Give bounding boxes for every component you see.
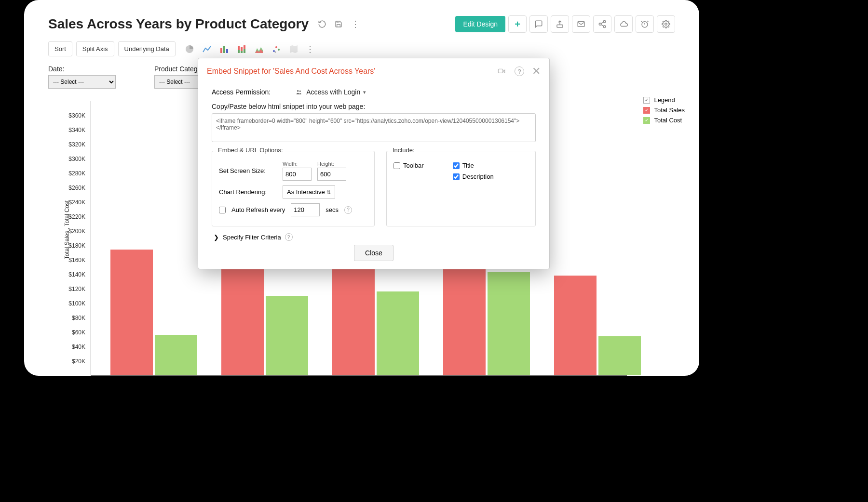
bar-cost[interactable] xyxy=(155,335,197,375)
secs-label: secs xyxy=(326,206,339,213)
svg-point-25 xyxy=(274,51,276,53)
comment-icon[interactable] xyxy=(529,15,548,33)
legend-cost-check[interactable]: ✓ xyxy=(643,117,650,124)
svg-point-29 xyxy=(299,91,301,92)
area-chart-icon[interactable] xyxy=(254,44,264,54)
include-section: Include: Toolbar Title Description xyxy=(386,151,536,226)
date-filter-label: Date: xyxy=(48,65,116,73)
svg-point-23 xyxy=(275,46,277,48)
render-select[interactable]: As Interactive ⇅ xyxy=(283,185,335,198)
svg-point-2 xyxy=(603,21,606,23)
toolbar-checkbox[interactable] xyxy=(393,162,400,169)
perm-label: Access Permission: xyxy=(212,88,271,96)
width-input[interactable] xyxy=(283,168,312,181)
legend-toggle-icon[interactable]: ✓ xyxy=(643,97,650,104)
bar-chart-icon[interactable] xyxy=(219,44,230,54)
scatter-chart-icon[interactable] xyxy=(271,44,282,54)
svg-point-28 xyxy=(297,90,299,92)
page-title: Sales Across Years by Product Category xyxy=(48,16,309,32)
auto-refresh-checkbox[interactable] xyxy=(219,207,226,213)
sort-button[interactable]: Sort xyxy=(48,41,72,56)
copy-label: Copy/Paste below html snippet into your … xyxy=(212,103,536,110)
title-chk-label: Title xyxy=(462,162,474,169)
svg-point-24 xyxy=(278,49,280,51)
auto-refresh-input[interactable] xyxy=(291,203,320,216)
date-filter-select[interactable]: --- Select --- xyxy=(48,75,116,89)
bar-cost[interactable] xyxy=(488,272,530,376)
export-icon[interactable] xyxy=(551,15,569,33)
svg-rect-0 xyxy=(557,25,563,27)
svg-point-22 xyxy=(273,50,275,52)
svg-point-11 xyxy=(665,23,667,26)
bar-sales[interactable] xyxy=(554,276,597,375)
video-icon[interactable] xyxy=(496,67,507,75)
filter-criteria-toggle[interactable]: ❯ Specify Filter Criteria ? xyxy=(214,233,536,241)
height-input[interactable] xyxy=(317,168,346,181)
svg-rect-13 xyxy=(220,48,222,53)
line-chart-icon[interactable] xyxy=(202,44,212,54)
description-checkbox[interactable] xyxy=(453,173,460,180)
chevron-right-icon: ❯ xyxy=(214,234,219,241)
stacked-bar-chart-icon[interactable] xyxy=(236,44,247,54)
users-icon xyxy=(295,89,303,95)
help-icon[interactable]: ? xyxy=(344,206,352,214)
chevron-down-icon: ▾ xyxy=(363,89,366,95)
svg-point-3 xyxy=(599,23,601,26)
embed-dialog: Embed Snippet for 'Sales And Cost Across… xyxy=(198,58,550,269)
share-icon[interactable] xyxy=(593,15,611,33)
refresh-icon[interactable] xyxy=(317,19,327,29)
underlying-data-button[interactable]: Underlying Data xyxy=(118,41,176,56)
svg-point-4 xyxy=(603,26,606,28)
svg-rect-15 xyxy=(226,49,228,53)
bar-sales[interactable] xyxy=(110,250,153,375)
y-axis-ticks: $360K$340K$320K$300K$280K$260K$240K$220K… xyxy=(62,101,88,376)
snippet-textarea[interactable]: <iframe frameborder=0 width="800" height… xyxy=(212,113,536,142)
toolbar-chk-label: Toolbar xyxy=(403,162,424,169)
height-label: Height: xyxy=(317,161,346,167)
header: Sales Across Years by Product Category ⋮… xyxy=(24,0,699,38)
app-frame: Sales Across Years by Product Category ⋮… xyxy=(24,0,699,376)
help-icon[interactable]: ? xyxy=(515,66,524,76)
legend-title: Legend xyxy=(654,96,675,104)
toolbar: Sort Split Axis Underlying Data ⋮ xyxy=(24,38,699,60)
svg-rect-14 xyxy=(223,46,225,53)
width-label: Width: xyxy=(283,161,312,167)
alarm-icon[interactable] xyxy=(636,15,654,33)
cloud-icon[interactable] xyxy=(614,15,633,33)
close-icon[interactable]: ✕ xyxy=(532,65,541,78)
bar-cost[interactable] xyxy=(266,296,308,375)
include-title: Include: xyxy=(391,146,417,154)
edit-design-button[interactable]: Edit Design xyxy=(455,16,505,32)
svg-line-5 xyxy=(601,22,603,24)
split-axis-button[interactable]: Split Axis xyxy=(76,41,114,56)
more-icon[interactable]: ⋮ xyxy=(350,19,360,29)
legend-sales-check[interactable]: ✓ xyxy=(643,107,650,114)
title-checkbox[interactable] xyxy=(453,162,460,169)
email-icon[interactable] xyxy=(572,15,590,33)
screen-size-label: Set Screen Size: xyxy=(219,167,277,174)
dialog-title: Embed Snippet for 'Sales And Cost Across… xyxy=(207,67,375,76)
render-label: Chart Rendering: xyxy=(219,188,277,196)
pie-chart-icon[interactable] xyxy=(184,44,195,54)
legend: ✓Legend ✓Total Sales ✓Total Cost xyxy=(643,96,685,127)
save-icon[interactable] xyxy=(334,19,343,29)
close-button[interactable]: Close xyxy=(354,245,393,261)
svg-rect-17 xyxy=(238,50,240,53)
embed-options-title: Embed & URL Options: xyxy=(216,146,285,154)
more-chart-types-icon[interactable]: ⋮ xyxy=(306,44,314,54)
map-chart-icon[interactable] xyxy=(288,44,299,54)
legend-sales-label: Total Sales xyxy=(654,106,685,114)
bar-cost[interactable] xyxy=(598,336,641,375)
bar-cost[interactable] xyxy=(377,291,419,375)
help-icon[interactable]: ? xyxy=(285,233,293,241)
desc-chk-label: Description xyxy=(462,173,494,180)
gear-icon[interactable] xyxy=(657,15,675,33)
svg-rect-19 xyxy=(241,51,243,53)
perm-value-dropdown[interactable]: Access with Login ▾ xyxy=(295,88,366,96)
legend-cost-label: Total Cost xyxy=(654,117,682,124)
svg-rect-26 xyxy=(498,69,502,73)
auto-refresh-label: Auto Refresh every xyxy=(231,206,285,213)
svg-rect-21 xyxy=(244,49,245,53)
add-button[interactable]: + xyxy=(508,15,527,33)
embed-options-section: Embed & URL Options: Set Screen Size: Wi… xyxy=(212,151,375,226)
